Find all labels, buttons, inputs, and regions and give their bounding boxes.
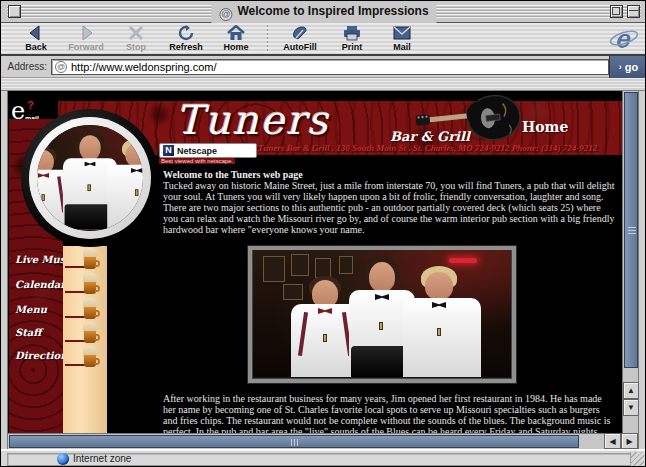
print-icon — [342, 25, 362, 41]
site-address-line: Tuners Bar & Grill . 130 South Main St .… — [258, 143, 618, 153]
stop-icon — [126, 25, 146, 41]
netscape-icon: N — [163, 145, 174, 156]
mail-icon — [392, 25, 412, 41]
mail-button[interactable]: Mail — [377, 25, 427, 54]
status-zone-text: Internet zone — [73, 453, 131, 464]
window-titlebar[interactable]: @Welcome to Inspired Impressions — [1, 1, 646, 23]
sidebar-item-menu[interactable]: Menu — [15, 304, 47, 315]
browser-toolbar: Back Forward Stop Refresh Home AutoFill … — [1, 23, 646, 56]
internet-zone-icon — [57, 453, 69, 465]
sidebar-item-staff[interactable]: Staff — [15, 327, 42, 338]
beer-mug-icon — [83, 298, 98, 320]
staff-photo-circle — [21, 109, 159, 247]
window-resize-handle[interactable] — [630, 452, 644, 466]
go-button[interactable]: › go — [609, 56, 646, 78]
sidebar-item-calendar[interactable]: Calendar — [15, 279, 66, 290]
beer-mug-link[interactable] — [63, 298, 107, 324]
home-icon — [226, 25, 246, 41]
history-paragraph: After working in the restaurant business… — [163, 393, 615, 433]
autofill-icon — [290, 25, 310, 41]
beer-mug-icon — [83, 273, 98, 295]
svg-text:e: e — [615, 25, 631, 53]
site-logo: Tuners — [176, 97, 330, 143]
internet-explorer-logo: e — [609, 25, 639, 53]
staff-photo — [248, 246, 516, 383]
page-viewport: Tuners Bar & Grill Home Tuners Bar & Gri… — [8, 91, 622, 433]
sidebar-icon-column — [63, 246, 107, 433]
vertical-scroll-thumb[interactable] — [624, 92, 638, 368]
page-icon: @ — [55, 61, 67, 73]
collapse-button[interactable] — [627, 5, 640, 18]
back-button[interactable]: Back — [11, 25, 61, 54]
forward-icon — [76, 25, 96, 41]
beer-mug-link[interactable] — [63, 322, 107, 348]
favorites-strip[interactable] — [1, 78, 646, 91]
window-title: @Welcome to Inspired Impressions — [211, 1, 436, 23]
close-button[interactable] — [8, 5, 21, 18]
address-bar: Address: @ http://www.weldonspring.com/ … — [1, 56, 646, 78]
netscape-badge[interactable]: N Netscape Best viewed with netscape. — [159, 143, 257, 165]
window-frame-right — [638, 91, 646, 449]
beer-mug-link[interactable] — [63, 273, 107, 299]
home-button[interactable]: Home — [211, 25, 261, 54]
refresh-button[interactable]: Refresh — [161, 25, 211, 54]
autofill-button[interactable]: AutoFill — [273, 25, 327, 54]
scroll-right-button[interactable]: ▶ — [621, 433, 638, 449]
staff-photo-circle-image — [37, 125, 143, 231]
vertical-scrollbar[interactable]: ▲ ▼ — [622, 91, 638, 433]
netscape-tagline: Best viewed with netscape. — [159, 158, 235, 164]
window-title-text: Welcome to Inspired Impressions — [237, 4, 428, 18]
zoom-button[interactable] — [610, 5, 623, 18]
address-url: http://www.weldonspring.com/ — [71, 61, 217, 73]
guitar-image — [414, 91, 529, 151]
forward-button[interactable]: Forward — [61, 25, 111, 54]
print-button[interactable]: Print — [327, 25, 377, 54]
page-heading: Welcome to the Tuners web page — [163, 169, 613, 180]
scroll-down-button[interactable]: ▼ — [623, 399, 639, 416]
scroll-up-button[interactable]: ▲ — [623, 382, 639, 399]
home-link[interactable]: Home — [522, 119, 568, 135]
beer-mug-icon — [83, 248, 98, 270]
beer-mug-link[interactable] — [63, 346, 107, 372]
status-bar: Internet zone — [1, 449, 646, 467]
intro-paragraph: Tucked away on historic Maine Street, ju… — [163, 180, 615, 235]
beer-mug-link[interactable] — [63, 248, 107, 274]
stop-button[interactable]: Stop — [111, 25, 161, 54]
refresh-icon — [176, 25, 196, 41]
address-input[interactable]: @ http://www.weldonspring.com/ — [51, 59, 609, 75]
horizontal-scrollbar[interactable]: ◀ ▶ — [8, 433, 638, 449]
horizontal-scroll-thumb[interactable] — [9, 435, 579, 448]
address-label: Address: — [1, 61, 51, 72]
beer-mug-icon — [83, 346, 98, 368]
toolbar-separator — [263, 25, 271, 53]
window-frame-left — [1, 91, 8, 449]
go-arrow-icon: › — [619, 62, 622, 72]
scroll-left-button[interactable]: ◀ — [604, 433, 621, 449]
back-icon — [26, 25, 46, 41]
document-icon: @ — [219, 8, 232, 21]
beer-mug-icon — [83, 322, 98, 344]
